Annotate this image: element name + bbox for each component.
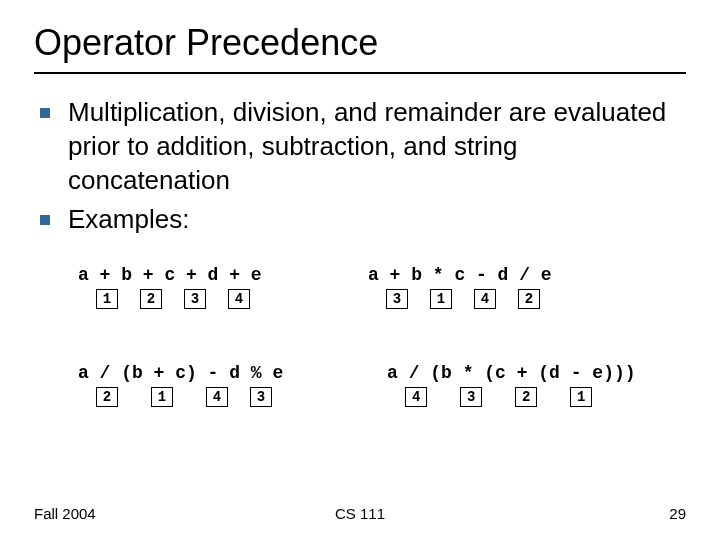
order-box: 1 bbox=[430, 289, 452, 309]
example-4: a / (b * (c + (d - e))) 4 3 2 1 bbox=[387, 363, 666, 421]
order-box: 2 bbox=[515, 387, 537, 407]
order-box: 2 bbox=[140, 289, 162, 309]
expression-text: a / (b * (c + (d - e))) bbox=[387, 363, 666, 383]
slide-title: Operator Precedence bbox=[34, 22, 686, 64]
order-box: 1 bbox=[151, 387, 173, 407]
title-rule bbox=[34, 72, 686, 74]
bullet-text: Examples: bbox=[68, 203, 686, 237]
square-bullet-icon bbox=[40, 215, 50, 225]
slide-footer: Fall 2004 CS 111 29 bbox=[0, 505, 720, 522]
expression-text: a / (b + c) - d % e bbox=[78, 363, 307, 383]
order-box: 1 bbox=[570, 387, 592, 407]
order-box: 1 bbox=[96, 289, 118, 309]
square-bullet-icon bbox=[40, 108, 50, 118]
order-box: 4 bbox=[206, 387, 228, 407]
bullet-text: Multiplication, division, and remainder … bbox=[68, 96, 686, 197]
footer-right: 29 bbox=[669, 505, 686, 522]
bullet-list: Multiplication, division, and remainder … bbox=[34, 96, 686, 237]
order-box: 3 bbox=[184, 289, 206, 309]
bullet-item: Multiplication, division, and remainder … bbox=[40, 96, 686, 197]
examples-area: a + b + c + d + e 1 2 3 4 a + b * c - d … bbox=[34, 265, 686, 421]
example-1: a + b + c + d + e 1 2 3 4 bbox=[78, 265, 288, 323]
order-box: 4 bbox=[228, 289, 250, 309]
order-box: 2 bbox=[518, 289, 540, 309]
example-row: a / (b + c) - d % e 2 1 4 3 a / (b * (c … bbox=[78, 363, 666, 421]
footer-center: CS 111 bbox=[335, 505, 385, 522]
order-box: 3 bbox=[460, 387, 482, 407]
order-box: 3 bbox=[386, 289, 408, 309]
expression-text: a + b * c - d / e bbox=[368, 265, 578, 285]
order-box: 4 bbox=[474, 289, 496, 309]
order-box: 2 bbox=[96, 387, 118, 407]
bullet-item: Examples: bbox=[40, 203, 686, 237]
order-box: 3 bbox=[250, 387, 272, 407]
example-3: a / (b + c) - d % e 2 1 4 3 bbox=[78, 363, 307, 421]
example-row: a + b + c + d + e 1 2 3 4 a + b * c - d … bbox=[78, 265, 666, 323]
footer-left: Fall 2004 bbox=[34, 505, 96, 522]
expression-text: a + b + c + d + e bbox=[78, 265, 288, 285]
example-2: a + b * c - d / e 3 1 4 2 bbox=[368, 265, 578, 323]
order-box: 4 bbox=[405, 387, 427, 407]
